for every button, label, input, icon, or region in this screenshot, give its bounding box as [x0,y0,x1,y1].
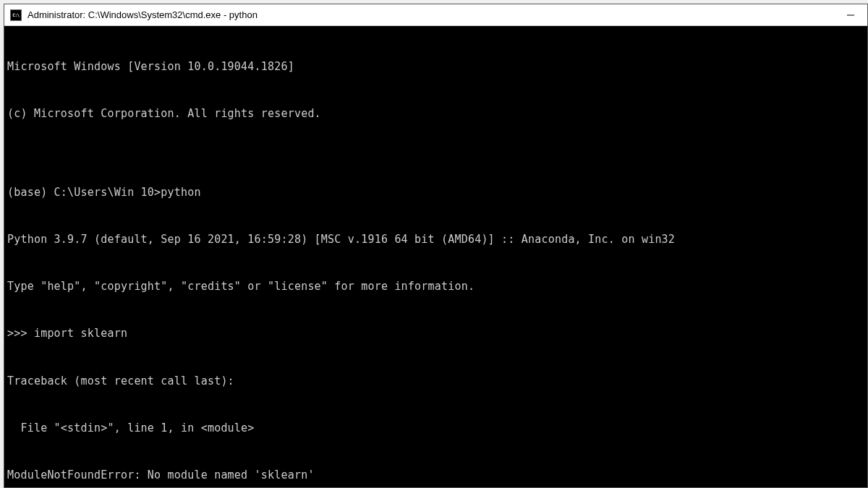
terminal-line: Python 3.9.7 (default, Sep 16 2021, 16:5… [7,232,864,248]
terminal-line: >>> import sklearn [7,326,864,342]
terminal-line: ModuleNotFoundError: No module named 'sk… [7,468,864,484]
title-bar[interactable]: Administrator: C:\Windows\System32\cmd.e… [4,4,867,26]
window-controls [834,4,867,25]
terminal-line: File "<stdin>", line 1, in <module> [7,421,864,437]
terminal-line: Microsoft Windows [Version 10.0.19044.18… [7,59,864,75]
cmd-icon [10,9,22,21]
terminal-line: Traceback (most recent call last): [7,374,864,390]
terminal-line: Type "help", "copyright", "credits" or "… [7,279,864,295]
terminal-line: (c) Microsoft Corporation. All rights re… [7,106,864,122]
window-title: Administrator: C:\Windows\System32\cmd.e… [27,9,834,20]
terminal-line: (base) C:\Users\Win 10>python [7,185,864,201]
cmd-window: Administrator: C:\Windows\System32\cmd.e… [4,4,868,488]
minimize-button[interactable] [834,4,867,25]
terminal-output[interactable]: Microsoft Windows [Version 10.0.19044.18… [4,26,867,487]
